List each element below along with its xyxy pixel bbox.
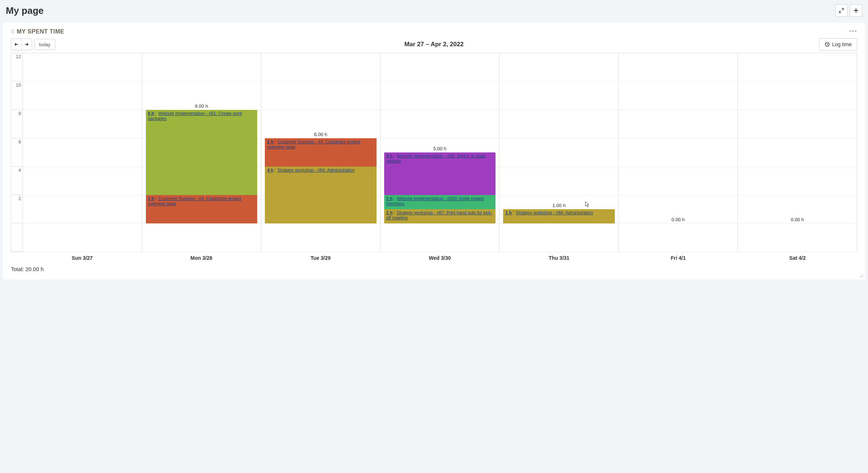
log-time-button[interactable]: Log time [819, 38, 857, 51]
time-entry[interactable]: 4 h Strategy workshop - #64: Administrat… [265, 167, 377, 223]
widget-title: MY SPENT TIME [17, 28, 64, 35]
day-column[interactable]: 0.00 h [738, 53, 857, 252]
day-label: Fri 4/1 [619, 252, 738, 264]
day-label: Tue 3/29 [261, 252, 380, 264]
day-total: 1.00 h [552, 203, 565, 208]
axis-tick: 4 [19, 167, 21, 173]
day-column[interactable]: 0.00 h [619, 53, 738, 252]
entry-hours: 4 h [267, 168, 275, 173]
time-entry[interactable]: 1 h Strategy workshop - #64: Administrat… [503, 209, 615, 223]
svg-point-1 [862, 274, 863, 275]
day-label: Wed 3/30 [380, 252, 499, 264]
svg-point-5 [861, 277, 862, 277]
svg-point-2 [861, 275, 862, 276]
day-column[interactable]: 6.00 h2 h Customer Success - #4: Customi… [261, 53, 381, 252]
day-column[interactable]: 5.00 h3 h Website implementation - #99: … [381, 53, 500, 252]
time-entry[interactable]: 1 h Strategy workshop - #67: Print hand … [384, 209, 496, 223]
entry-description[interactable]: Strategy workshop - #64: Administration [278, 168, 355, 173]
axis-tick: 10 [16, 82, 21, 88]
page-title: My page [6, 5, 44, 16]
widget-header: ⠿ MY SPENT TIME ••• [11, 28, 857, 35]
entry-description[interactable]: Customer Success - #4: Customize project… [148, 196, 241, 206]
drag-handle-icon[interactable]: ⠿ [11, 29, 15, 35]
time-entry[interactable]: 6 h Website implementation - #81: Create… [146, 110, 258, 195]
entry-description[interactable]: Website implementation - #99: Switch to … [386, 154, 486, 164]
time-entry[interactable]: 2 h Customer Success - #4: Customize pro… [146, 195, 258, 223]
day-label: Sat 4/2 [738, 252, 857, 264]
svg-point-6 [862, 277, 863, 277]
entry-description[interactable]: Strategy workshop - #67: Print hand outs… [386, 210, 492, 220]
expand-icon[interactable] [835, 4, 848, 17]
day-total: 0.00 h [672, 217, 685, 222]
header-actions [835, 4, 862, 17]
log-time-label: Log time [832, 41, 852, 47]
resize-grip-icon[interactable] [859, 273, 864, 278]
prev-week-button[interactable] [11, 39, 21, 50]
week-nav [11, 39, 32, 50]
footer-axis-spacer [11, 252, 23, 264]
entry-description[interactable]: Customer Success - #4: Customize project… [267, 139, 360, 150]
entry-description[interactable]: Website implementation - #100: Invite pr… [386, 196, 484, 206]
svg-point-4 [860, 277, 861, 277]
page-header: My page [3, 3, 865, 23]
time-entry[interactable]: 1 h Website implementation - #100: Invit… [384, 195, 496, 209]
entry-hours: 1 h [505, 210, 513, 215]
axis-tick: 12 [16, 54, 21, 59]
entry-hours: 1 h [386, 210, 394, 215]
day-column[interactable]: 1.00 h1 h Strategy workshop - #64: Admin… [499, 53, 619, 252]
entry-hours: 1 h [386, 196, 394, 201]
day-label: Mon 3/28 [142, 252, 261, 264]
today-button[interactable]: today [34, 39, 55, 50]
entry-hours: 3 h [386, 154, 394, 159]
day-column[interactable]: 8.00 h6 h Website implementation - #81: … [142, 53, 262, 252]
axis-tick: 6 [19, 139, 21, 144]
calendar-toolbar: today Mar 27 – Apr 2, 2022 Log time [11, 38, 857, 51]
axis-tick: 2 [19, 196, 21, 201]
entry-hours: 6 h [148, 111, 156, 116]
entry-hours: 2 h [148, 196, 156, 201]
time-entry[interactable]: 2 h Customer Success - #4: Customize pro… [265, 138, 377, 167]
y-axis: 12108642 [11, 53, 23, 252]
calendar-grid: 121086428.00 h6 h Website implementation… [11, 53, 857, 264]
entry-hours: 2 h [267, 139, 275, 144]
day-total: 5.00 h [433, 146, 446, 151]
day-total: 0.00 h [791, 217, 804, 222]
svg-point-3 [862, 275, 863, 276]
more-icon[interactable]: ••• [849, 28, 857, 35]
time-entry[interactable]: 3 h Website implementation - #99: Switch… [384, 152, 496, 195]
axis-tick: 8 [19, 111, 21, 116]
day-label: Sun 3/27 [23, 252, 142, 264]
day-column[interactable] [23, 53, 142, 252]
day-label: Thu 3/31 [499, 252, 619, 264]
add-widget-button[interactable] [850, 4, 862, 17]
spent-time-widget: ⠿ MY SPENT TIME ••• today Mar 27 – Apr 2… [3, 23, 865, 279]
entry-description[interactable]: Website implementation - #81: Create wor… [148, 111, 242, 121]
clock-icon [825, 42, 830, 47]
date-range: Mar 27 – Apr 2, 2022 [405, 41, 464, 48]
next-week-button[interactable] [21, 39, 32, 50]
day-total: 8.00 h [195, 103, 208, 109]
entry-description[interactable]: Strategy workshop - #64: Administration [516, 210, 593, 215]
day-total: 6.00 h [314, 132, 327, 137]
mouse-cursor-icon [585, 201, 590, 208]
total-hours: Total: 20.00 h [11, 266, 857, 272]
